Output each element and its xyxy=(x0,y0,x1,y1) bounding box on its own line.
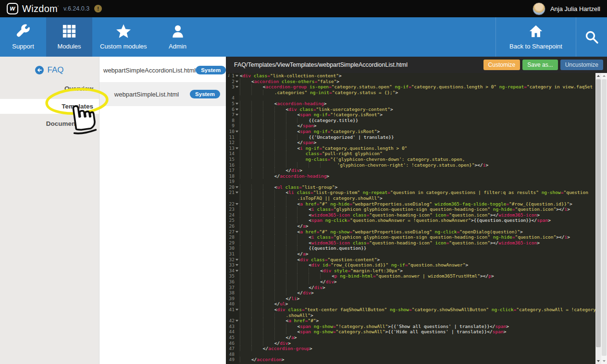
nav-item-admin[interactable]: Admin xyxy=(155,17,201,57)
gutter-line-number[interactable]: 8 xyxy=(226,118,239,123)
customize-button[interactable]: Customize xyxy=(483,60,520,70)
nav-item-custom-modules[interactable]: Custom modules xyxy=(92,17,155,57)
fold-arrow-icon[interactable] xyxy=(235,109,238,110)
gutter-line-number[interactable]: 24 xyxy=(226,212,239,218)
nav-search-button[interactable] xyxy=(576,17,607,57)
gutter-line-number[interactable]: 13 xyxy=(226,146,239,151)
gutter-line-number[interactable]: 9 xyxy=(226,123,239,129)
gutter-line-number[interactable]: 49 xyxy=(226,357,239,363)
fold-arrow-icon[interactable] xyxy=(235,186,238,188)
gutter-line-number[interactable]: 20 xyxy=(226,184,239,190)
fold-arrow-icon[interactable] xyxy=(235,131,238,133)
fold-arrow-icon[interactable] xyxy=(235,86,238,88)
gutter-line-number[interactable]: 15 xyxy=(226,157,239,162)
code-editor[interactable]: i123456789101112131415161718192021222324… xyxy=(226,73,607,364)
uncustomize-button[interactable]: Uncustomize xyxy=(560,60,603,70)
fold-arrow-icon[interactable] xyxy=(235,320,238,322)
gutter-line-number[interactable]: 18 xyxy=(226,173,239,179)
fold-arrow-icon[interactable] xyxy=(235,103,238,105)
fold-arrow-icon[interactable] xyxy=(235,270,238,272)
gutter-line-number[interactable]: 31 xyxy=(226,251,239,257)
file-row-simple-list[interactable]: webpartSimpleList.html System xyxy=(99,82,226,106)
code-line: <span ng-if="!category.isRoot"> xyxy=(240,112,607,118)
fold-arrow-icon[interactable] xyxy=(235,259,238,261)
page-scrollbar[interactable] xyxy=(601,73,607,364)
gutter-line-number[interactable]: 41 xyxy=(226,307,239,313)
scrollbar-thumb[interactable] xyxy=(596,79,601,347)
fold-arrow-icon[interactable] xyxy=(235,203,238,205)
gutter-line-number[interactable]: 44 xyxy=(226,329,239,335)
gutter-line-number[interactable]: 19 xyxy=(226,179,239,184)
gutter-line-number[interactable] xyxy=(226,313,239,318)
gutter-line-number[interactable]: 35 xyxy=(226,273,239,279)
sidebar-item-overview[interactable]: Overview xyxy=(0,81,99,97)
sidebar-item-documentation[interactable]: Documentation xyxy=(0,116,99,132)
gutter-line-number[interactable]: 34 xyxy=(226,268,239,274)
nav-item-back-to-sharepoint[interactable]: Back to Sharepoint xyxy=(496,17,576,57)
gutter-line-number[interactable]: 32 xyxy=(226,257,239,263)
gutter-line-number[interactable]: 37 xyxy=(226,285,239,291)
avatar[interactable] xyxy=(533,2,545,15)
gutter-line-number[interactable]: 14 xyxy=(226,151,239,157)
gutter-line-number[interactable]: 23 xyxy=(226,206,239,212)
gutter-line-number[interactable]: 29 xyxy=(226,240,239,246)
gutter-line-number[interactable]: 39 xyxy=(226,296,239,302)
gutter-line-number[interactable]: 10 xyxy=(226,129,239,134)
gutter-line-number[interactable]: 6 xyxy=(226,107,239,112)
gutter-line-number[interactable]: 47 xyxy=(226,346,239,352)
fold-arrow-icon[interactable] xyxy=(235,114,238,116)
gutter-line-number[interactable]: 28 xyxy=(226,234,239,240)
gutter-line-number[interactable]: 4 xyxy=(226,95,239,101)
fold-arrow-icon[interactable] xyxy=(235,75,238,77)
scroll-up-icon[interactable] xyxy=(595,73,601,79)
gutter-line-number[interactable]: 48 xyxy=(226,352,239,357)
fold-arrow-icon[interactable] xyxy=(235,264,238,266)
gutter-line-number[interactable]: 2 xyxy=(226,79,239,85)
gutter-line-number[interactable]: 43 xyxy=(226,324,239,329)
gutter-line-number[interactable]: 21 xyxy=(226,190,239,195)
fold-arrow-icon[interactable] xyxy=(235,147,238,149)
gutter-line-number[interactable]: 42 xyxy=(226,318,239,324)
gutter-line-number[interactable] xyxy=(226,90,239,96)
fold-arrow-icon[interactable] xyxy=(235,309,238,311)
gutter-line-number[interactable]: 7 xyxy=(226,112,239,118)
fold-arrow-icon[interactable] xyxy=(235,231,238,233)
gutter-line-number[interactable]: 11 xyxy=(226,134,239,140)
user-menu[interactable]: Anja Julia Hartzell xyxy=(533,2,600,15)
editor-gutter[interactable]: i123456789101112131415161718192021222324… xyxy=(226,73,239,364)
nav-item-modules[interactable]: Modules xyxy=(46,17,92,57)
gutter-line-number[interactable]: 17 xyxy=(226,168,239,173)
gutter-line-number[interactable]: 12 xyxy=(226,140,239,146)
arrow-left-circle-icon[interactable] xyxy=(35,66,44,74)
gutter-line-number[interactable]: 27 xyxy=(226,229,239,235)
gutter-line-number[interactable] xyxy=(226,195,239,201)
gutter-line-number[interactable]: 38 xyxy=(226,290,239,296)
warning-icon[interactable]: ! xyxy=(94,5,102,12)
sidebar-item-templates[interactable]: Templates xyxy=(0,99,99,114)
gutter-line-number[interactable]: 22 xyxy=(226,201,239,207)
gutter-line-number[interactable]: 33 xyxy=(226,262,239,268)
scroll-up-icon[interactable] xyxy=(601,73,607,79)
editor-code-area[interactable]: <div class="link-collection-content"> <a… xyxy=(239,73,607,364)
gutter-line-number[interactable]: 30 xyxy=(226,245,239,251)
gutter-line-number[interactable]: 45 xyxy=(226,335,239,340)
gutter-line-number[interactable]: 5 xyxy=(226,101,239,107)
editor-scrollbar[interactable] xyxy=(595,73,601,364)
save-as-button[interactable]: Save as... xyxy=(522,60,557,70)
gutter-line-number[interactable]: 16 xyxy=(226,162,239,168)
gutter-line-number[interactable]: 36 xyxy=(226,279,239,285)
scrollbar-thumb[interactable] xyxy=(602,79,607,356)
gutter-line-number[interactable]: 25 xyxy=(226,218,239,223)
fold-arrow-icon[interactable] xyxy=(235,81,238,83)
file-row-accordion-list[interactable]: webpartSimpleAccordionList.html System xyxy=(99,58,226,82)
scroll-down-icon[interactable] xyxy=(595,358,601,364)
gutter-line-number[interactable]: 46 xyxy=(226,340,239,346)
gutter-line-number[interactable]: 26 xyxy=(226,223,239,229)
fold-arrow-icon[interactable] xyxy=(235,192,238,194)
sidebar-back-faq[interactable]: FAQ xyxy=(0,57,99,77)
scroll-down-icon[interactable] xyxy=(601,358,607,364)
nav-item-support[interactable]: Support xyxy=(0,17,46,57)
gutter-line-number[interactable]: 3 xyxy=(226,84,239,90)
gutter-line-number[interactable]: i1 xyxy=(226,73,239,79)
gutter-line-number[interactable]: 40 xyxy=(226,301,239,307)
